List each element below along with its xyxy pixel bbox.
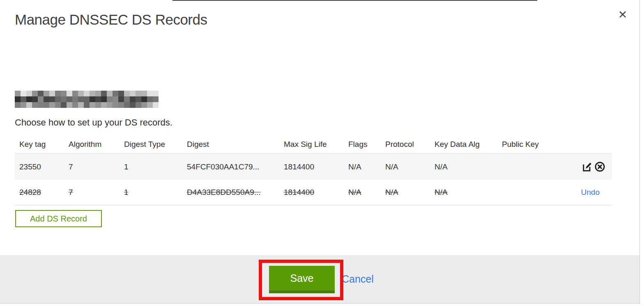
cell-algorithm: 7 bbox=[64, 162, 120, 171]
save-button[interactable]: Save bbox=[269, 266, 335, 293]
cell-key-tag: 24828 bbox=[15, 188, 64, 197]
cell-protocol: N/A bbox=[381, 162, 430, 171]
table-row-deleted: 24828 7 1 D4A33E8DD550A9... 1814400 N/A … bbox=[15, 180, 612, 206]
redacted-domain-name bbox=[15, 91, 159, 108]
cell-key-data-alg: N/A bbox=[430, 162, 497, 171]
table-row: 23550 7 1 54FCF030AA1C79... 1814400 N/A … bbox=[15, 153, 612, 180]
add-ds-record-button[interactable]: Add DS Record bbox=[15, 210, 102, 227]
column-header-key-data-alg: Key Data Alg bbox=[430, 140, 497, 149]
close-icon[interactable]: ✕ bbox=[615, 7, 630, 22]
column-header-algorithm: Algorithm bbox=[64, 140, 120, 149]
page-content-below-dialog bbox=[0, 304, 644, 306]
cell-digest-type: 1 bbox=[120, 188, 182, 197]
column-header-digest-type: Digest Type bbox=[120, 140, 182, 149]
dialog-title: Manage DNSSEC DS Records bbox=[15, 11, 207, 28]
row-actions: Undo bbox=[547, 188, 612, 197]
column-header-digest: Digest bbox=[182, 140, 279, 149]
table-header-row: Key tag Algorithm Digest Type Digest Max… bbox=[15, 135, 612, 153]
column-header-protocol: Protocol bbox=[381, 140, 430, 149]
cell-digest-type: 1 bbox=[120, 162, 182, 171]
edit-record-icon[interactable] bbox=[582, 161, 593, 172]
column-header-key-tag: Key tag bbox=[15, 140, 64, 149]
cell-flags: N/A bbox=[344, 162, 381, 171]
column-header-flags: Flags bbox=[344, 140, 381, 149]
cell-digest: D4A33E8DD550A9... bbox=[182, 188, 279, 197]
column-header-max-sig-life: Max Sig Life bbox=[279, 140, 344, 149]
cell-digest: 54FCF030AA1C79... bbox=[182, 162, 279, 171]
row-actions bbox=[547, 161, 612, 172]
cell-algorithm: 7 bbox=[64, 188, 120, 197]
dialog-right-border bbox=[639, 0, 640, 304]
cell-flags: N/A bbox=[344, 188, 381, 197]
undo-link[interactable]: Undo bbox=[581, 188, 605, 197]
dnssec-dialog: Manage DNSSEC DS Records ✕ Choose how to… bbox=[0, 0, 644, 306]
dialog-subtitle: Choose how to set up your DS records. bbox=[15, 117, 172, 128]
cell-protocol: N/A bbox=[381, 188, 430, 197]
ds-records-table: Key tag Algorithm Digest Type Digest Max… bbox=[15, 135, 612, 206]
delete-record-icon[interactable] bbox=[594, 161, 605, 172]
cell-max-sig-life: 1814400 bbox=[279, 162, 344, 171]
cell-key-data-alg: N/A bbox=[430, 188, 497, 197]
cancel-link[interactable]: Cancel bbox=[342, 273, 374, 285]
background-edge-line bbox=[172, 0, 537, 1]
column-header-public-key: Public Key bbox=[497, 140, 547, 149]
cell-max-sig-life: 1814400 bbox=[279, 188, 344, 197]
cell-key-tag: 23550 bbox=[15, 162, 64, 171]
